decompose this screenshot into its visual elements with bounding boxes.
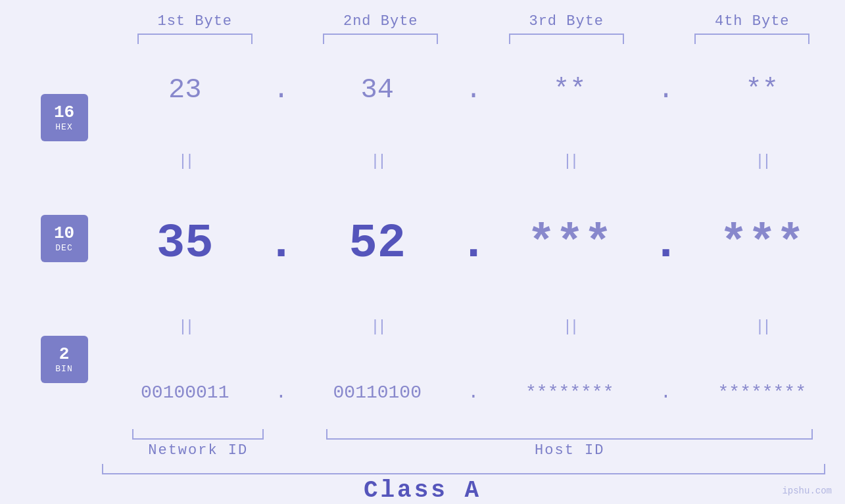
eq1-b2: || [370,152,384,170]
dec-row: 35 . 52 . *** . *** [102,217,845,271]
host-id-label: Host ID [295,442,846,459]
equals-row-1: || || || || [102,152,845,170]
content-grid: 23 . 34 . ** . ** || || || || 35 [102,51,845,426]
id-labels: Network ID Host ID [102,442,845,459]
hex-dot2: . [465,74,481,106]
eq2-b3: || [563,318,577,336]
hex-b2: 34 [361,74,394,106]
hex-label: HEX [55,122,72,132]
byte2-header: 2nd Byte [288,13,474,30]
eq1-b1: || [178,152,192,170]
class-bracket [102,464,825,474]
base-labels: 16 HEX 10 DEC 2 BIN [26,51,102,426]
bin-dot3: . [660,382,671,403]
dec-dot3: . [652,217,680,271]
bracket-byte4 [694,34,809,44]
hex-row: 23 . 34 . ** . ** [102,74,845,106]
dec-b4: *** [719,217,805,271]
bin-num: 2 [59,345,70,364]
bracket-byte2 [323,34,438,44]
dec-b2: 52 [349,217,406,271]
eq1-b4: || [755,152,769,170]
eq2-b1: || [178,318,192,336]
eq2-b4: || [755,318,769,336]
host-bracket [326,429,813,440]
main-container: 1st Byte 2nd Byte 3rd Byte 4th Byte 16 H… [0,0,845,504]
dec-dot2: . [459,217,487,271]
bottom-brackets [102,429,845,440]
network-id-label: Network ID [102,442,295,459]
bin-dot2: . [468,382,479,403]
byte3-header: 3rd Byte [473,13,660,30]
bin-b2: 00110100 [333,382,422,403]
bin-dot1: . [276,382,287,403]
watermark: ipshu.com [782,486,832,496]
dec-label: DEC [55,243,72,253]
top-brackets [0,34,845,44]
bracket-byte3 [509,34,624,44]
dec-b1: 35 [157,217,213,271]
byte4-header: 4th Byte [660,13,846,30]
bin-b1: 00100011 [141,382,229,403]
bin-label: BIN [55,364,72,374]
hex-badge: 16 HEX [41,94,88,141]
dec-num: 10 [54,224,74,243]
byte-headers: 1st Byte 2nd Byte 3rd Byte 4th Byte [0,13,845,30]
bin-badge: 2 BIN [41,336,88,383]
byte1-header: 1st Byte [102,13,288,30]
class-wrapper [0,464,845,474]
eq2-b2: || [370,318,384,336]
hex-num: 16 [54,103,74,122]
dec-b3: *** [527,217,612,271]
bottom-section: Network ID Host ID [0,429,845,459]
eq1-b3: || [563,152,577,170]
bin-row: 00100011 . 00110100 . ******** . *******… [102,382,845,403]
network-bracket [132,429,264,440]
bin-b4: ******** [718,382,806,403]
hex-b3: ** [553,74,586,106]
hex-dot1: . [273,74,289,106]
hex-b1: 23 [168,74,201,106]
bin-b3: ******** [525,382,614,403]
class-label: Class A [364,477,481,504]
main-content: 16 HEX 10 DEC 2 BIN 23 . 34 . ** . ** [0,51,845,426]
hex-dot3: . [658,74,674,106]
class-label-row: Class A [0,477,845,504]
bracket-byte1 [137,34,253,44]
dec-badge: 10 DEC [41,215,88,262]
hex-b4: ** [746,74,779,106]
dec-dot1: . [267,217,295,271]
equals-row-2: || || || || [102,318,845,336]
